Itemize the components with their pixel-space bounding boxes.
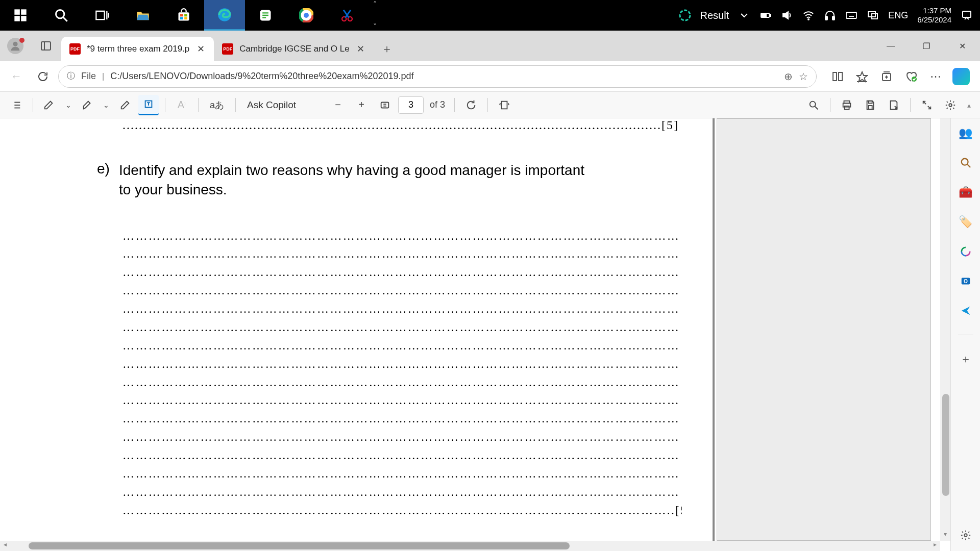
notifications-icon[interactable] [961,9,973,21]
clock[interactable]: 1:37 PM 6/25/2024 [917,6,951,24]
question-label: e) [97,161,110,199]
translate-icon[interactable]: aあ [205,95,229,115]
profile-button[interactable] [0,31,31,61]
notes-app-taskbar[interactable] [245,0,286,31]
toolbar-scroll-up-icon[interactable]: ▴ [964,101,974,109]
sidebar-tools-icon[interactable]: 🧰 [958,185,973,200]
minimize-button[interactable]: — [873,31,909,61]
read-aloud-icon[interactable]: A⁾ [172,95,192,115]
address-bar-row: ← ⓘ File | C:/Users/LENOVO/Downloads/9%2… [0,61,980,92]
pdf-settings-icon[interactable] [940,95,961,115]
fullscreen-icon[interactable] [917,95,937,115]
search-button[interactable] [41,0,82,31]
tab-active[interactable]: PDF *9 term three exam 2019.p ✕ [61,37,214,61]
browser-essentials-icon[interactable] [903,69,919,84]
taskbar-scroll-down-icon[interactable]: ˅ [373,22,377,31]
svg-rect-3 [21,16,26,21]
url-text: C:/Users/LENOVO/Downloads/9%20term%20thr… [110,71,778,82]
zoom-out-button[interactable]: − [328,95,348,115]
find-icon[interactable] [803,95,824,115]
svg-rect-67 [502,101,507,109]
save-icon[interactable] [860,95,880,115]
favorite-star-icon[interactable]: ☆ [799,70,808,83]
copilot-icon[interactable] [952,68,970,85]
tab-inactive[interactable]: PDF Cambridge IGCSE and O Le ✕ [214,37,374,61]
wifi-icon[interactable] [802,9,815,21]
ask-copilot-button[interactable]: Ask Copilot [242,99,301,111]
fit-page-icon[interactable] [375,95,395,115]
answer-line: …………………………………………………………………………………………………………… [122,337,682,355]
start-button[interactable] [0,0,41,31]
headphones-icon[interactable] [824,9,836,21]
page-number-input[interactable] [398,96,424,114]
taskbar-scroll[interactable]: ˄ ˅ [369,0,381,31]
project-icon[interactable] [867,9,879,21]
tray-chevron-icon[interactable] [738,9,750,21]
answer-line: …………………………………………………………………………………………………………… [122,282,682,300]
scroll-right-icon[interactable]: ▸ [930,541,940,551]
close-tab-icon[interactable]: ✕ [356,43,366,55]
site-info-icon[interactable]: ⓘ [67,71,75,82]
sidebar-search-icon[interactable] [958,155,973,170]
task-view-button[interactable] [82,0,122,31]
chrome-taskbar[interactable] [286,0,327,31]
answer-line: …………………………………………………………………………………………………………… [122,446,682,465]
tab-actions-button[interactable] [31,31,61,61]
edge-browser-taskbar[interactable] [204,0,245,31]
pdf-viewport[interactable]: ........................................… [0,118,950,551]
draw-icon[interactable] [39,95,60,115]
scroll-left-icon[interactable]: ◂ [0,541,10,551]
sidebar-send-icon[interactable] [958,303,973,318]
result-app-icon[interactable] [679,9,691,21]
close-window-button[interactable]: ✕ [944,31,980,61]
print-icon[interactable] [837,95,857,115]
sidebar-shopping-icon[interactable]: 🏷️ [958,214,973,230]
refresh-button[interactable] [32,65,54,88]
maximize-button[interactable]: ❐ [909,31,944,61]
new-tab-button[interactable]: ＋ [374,37,400,61]
split-screen-icon[interactable] [830,69,845,84]
highlight-chevron-icon[interactable]: ⌄ [101,95,112,115]
favorites-icon[interactable] [854,69,870,84]
vertical-scroll-thumb[interactable] [942,394,949,496]
sidebar-office-icon[interactable] [958,244,973,259]
svg-rect-2 [14,16,19,21]
zoom-indicator-icon[interactable]: ⊕ [784,70,793,83]
erase-icon[interactable] [115,95,135,115]
svg-point-78 [961,159,968,165]
sidebar-add-icon[interactable]: ＋ [958,352,973,367]
text-select-icon[interactable] [138,95,159,115]
collections-icon[interactable] [879,69,894,84]
page-view-icon[interactable] [494,95,514,115]
highlight-icon[interactable] [77,95,97,115]
svg-marker-48 [857,72,867,82]
horizontal-scroll-thumb[interactable] [29,542,570,549]
rotate-icon[interactable] [461,95,481,115]
microsoft-store-taskbar[interactable] [163,0,204,31]
contents-icon[interactable] [6,95,27,115]
svg-rect-42 [963,11,971,17]
taskbar-scroll-up-icon[interactable]: ˄ [373,0,377,8]
answer-line: …………………………………………………………………………………………………………… [122,300,682,318]
battery-icon[interactable] [760,9,772,21]
scroll-down-icon[interactable]: ▾ [940,531,950,541]
clock-time: 1:37 PM [917,6,951,15]
close-tab-icon[interactable]: ✕ [195,43,206,55]
sidebar-people-icon[interactable]: 👥 [958,126,973,141]
tab-title: *9 term three exam 2019.p [87,44,189,54]
draw-chevron-icon[interactable]: ⌄ [63,95,74,115]
sidebar-settings-icon[interactable] [958,528,973,543]
file-explorer-taskbar[interactable] [122,0,163,31]
volume-icon[interactable] [781,9,793,21]
horizontal-scrollbar[interactable]: ◂ ▸ [0,541,940,551]
language-indicator[interactable]: ENG [888,10,908,21]
result-label[interactable]: Result [700,10,729,21]
address-bar[interactable]: ⓘ File | C:/Users/LENOVO/Downloads/9%20t… [58,65,817,88]
more-menu-icon[interactable]: ⋯ [928,69,943,84]
zoom-in-button[interactable]: + [351,95,372,115]
sidebar-outlook-icon[interactable]: O [958,273,973,289]
snipping-tool-taskbar[interactable] [327,0,368,31]
vertical-scrollbar[interactable]: ▾ [940,118,950,541]
save-as-icon[interactable] [884,95,904,115]
keyboard-icon[interactable] [845,9,857,21]
